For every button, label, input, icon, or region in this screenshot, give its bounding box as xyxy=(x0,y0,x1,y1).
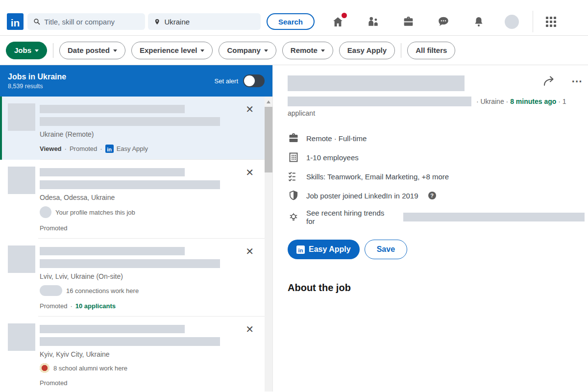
home-icon[interactable] xyxy=(331,15,344,28)
linkedin-badge-icon: in xyxy=(105,145,114,153)
company-name-redacted xyxy=(40,259,220,268)
messaging-icon[interactable] xyxy=(437,15,450,28)
notification-badge xyxy=(341,12,348,19)
dismiss-job-button[interactable]: ✕ xyxy=(245,168,254,177)
skills-row: Skills: Teamwork, Email Marketing, +8 mo… xyxy=(288,171,585,182)
jobs-icon[interactable] xyxy=(402,15,415,28)
easy-apply-button[interactable]: in Easy Apply xyxy=(288,240,360,259)
briefcase-icon xyxy=(288,132,299,144)
dismiss-job-button[interactable]: ✕ xyxy=(245,324,254,334)
job-search-box[interactable] xyxy=(27,13,145,30)
list-scrollbar[interactable] xyxy=(265,97,272,392)
insight-text: 8 school alumni work here xyxy=(53,365,127,372)
job-card-1[interactable]: Ukraine (Remote) Viewed · Promoted · in … xyxy=(0,97,265,160)
profile-match-avatar xyxy=(40,206,51,218)
lightbulb-icon xyxy=(288,211,299,223)
promoted-label: Promoted xyxy=(40,379,67,387)
job-title-redacted xyxy=(40,325,185,333)
insight-text: Your profile matches this job xyxy=(55,209,135,216)
job-meta-line: · Ukraine · 8 minutes ago · 1 applicant xyxy=(288,96,585,119)
top-navbar: in Search xyxy=(0,0,588,36)
applicants-count: 10 applicants xyxy=(75,302,116,310)
job-location: Kyiv, Kyiv City, Ukraine xyxy=(40,350,220,358)
search-input[interactable] xyxy=(44,18,139,26)
filter-date-posted[interactable]: Date posted xyxy=(59,42,125,59)
company-logo-placeholder xyxy=(8,167,35,194)
dismiss-job-button[interactable]: ✕ xyxy=(245,104,254,114)
global-nav-icons xyxy=(331,15,485,28)
school-logo xyxy=(40,363,49,373)
search-button[interactable]: Search xyxy=(267,13,315,30)
filter-experience-level[interactable]: Experience level xyxy=(131,42,213,59)
job-card-3[interactable]: Lviv, Lviv, Ukraine (On-site) 16 connect… xyxy=(0,239,265,317)
connections-avatars xyxy=(40,285,62,296)
profile-avatar[interactable] xyxy=(505,15,519,29)
chevron-down-icon xyxy=(200,49,204,52)
company-name-redacted xyxy=(40,117,220,126)
chevron-down-icon xyxy=(264,49,268,52)
overflow-menu-icon[interactable]: ⋯ xyxy=(571,75,583,88)
job-title-redacted xyxy=(40,247,185,255)
results-header: Jobs in Ukraine 8,539 results Set alert xyxy=(0,65,272,97)
job-poster-row: Job poster joined LinkedIn in 2019 ? xyxy=(288,190,585,201)
save-button[interactable]: Save xyxy=(365,240,407,259)
set-alert-toggle[interactable] xyxy=(243,74,265,87)
chevron-down-icon xyxy=(113,49,117,52)
company-name-redacted xyxy=(403,213,585,221)
job-card-4[interactable]: Kyiv, Kyiv City, Ukraine 8 school alumni… xyxy=(0,317,265,392)
viewed-label: Viewed xyxy=(40,145,62,152)
job-results-panel: Jobs in Ukraine 8,539 results Set alert xyxy=(0,65,273,392)
building-icon xyxy=(288,151,299,163)
filter-jobs-label: Jobs xyxy=(14,46,31,54)
easy-apply-label: Easy Apply xyxy=(117,145,148,152)
about-the-job-heading: About the job xyxy=(288,282,585,294)
linkedin-logo[interactable]: in xyxy=(7,13,24,30)
filter-easy-apply[interactable]: Easy Apply xyxy=(339,42,395,59)
scroll-up-arrow-icon[interactable] xyxy=(267,100,270,103)
filter-jobs-dropdown[interactable]: Jobs xyxy=(6,42,47,59)
nav-divider xyxy=(533,11,533,32)
promoted-label: Promoted xyxy=(70,145,97,152)
skills-checklist-icon xyxy=(288,171,299,182)
company-logo-placeholder xyxy=(8,323,35,351)
job-list: Ukraine (Remote) Viewed · Promoted · in … xyxy=(0,97,272,392)
filter-divider xyxy=(401,43,401,58)
hiring-trends-row: See recent hiring trends for xyxy=(288,209,585,225)
company-logo-placeholder xyxy=(8,103,35,131)
filter-bar: Jobs Date posted Experience level Compan… xyxy=(0,36,588,65)
company-name-redacted xyxy=(40,337,220,346)
filter-all-filters[interactable]: All filters xyxy=(407,42,455,59)
workplace-type-row: Remote · Full-time xyxy=(288,132,585,144)
job-title-redacted xyxy=(40,105,185,113)
job-location: Ukraine (Remote) xyxy=(40,130,220,138)
location-search-box[interactable] xyxy=(148,13,261,30)
share-icon[interactable] xyxy=(542,75,557,87)
help-icon[interactable]: ? xyxy=(428,192,436,199)
posted-time: 8 minutes ago xyxy=(510,98,556,105)
results-count: 8,539 results xyxy=(8,83,66,90)
location-input[interactable] xyxy=(164,18,255,26)
dismiss-job-button[interactable]: ✕ xyxy=(245,246,254,256)
set-alert-label: Set alert xyxy=(215,77,238,85)
my-network-icon[interactable] xyxy=(367,15,379,28)
detail-job-title-redacted xyxy=(288,75,465,91)
linkedin-badge-icon: in xyxy=(296,245,305,254)
location-pin-icon xyxy=(154,18,160,26)
promoted-label: Promoted xyxy=(40,224,67,232)
filter-company[interactable]: Company xyxy=(219,42,276,59)
job-detail-panel: ⋯ · Ukraine · 8 minutes ago · 1 applican… xyxy=(273,65,588,392)
results-title: Jobs in Ukraine xyxy=(8,73,66,81)
toggle-knob xyxy=(244,75,255,86)
job-location: Lviv, Lviv, Ukraine (On-site) xyxy=(40,272,220,280)
company-name-redacted xyxy=(288,97,471,106)
shield-icon xyxy=(288,190,299,201)
chevron-down-icon xyxy=(321,49,325,52)
insight-text: 16 connections work here xyxy=(66,287,139,294)
apps-grid-icon[interactable] xyxy=(546,17,556,27)
filter-remote[interactable]: Remote xyxy=(282,42,333,59)
company-name-redacted xyxy=(40,180,220,189)
notifications-bell-icon[interactable] xyxy=(472,15,485,28)
scrollbar-thumb[interactable] xyxy=(265,107,272,172)
search-icon xyxy=(33,18,40,25)
job-card-2[interactable]: Odesa, Odessa, Ukraine Your profile matc… xyxy=(0,160,265,239)
